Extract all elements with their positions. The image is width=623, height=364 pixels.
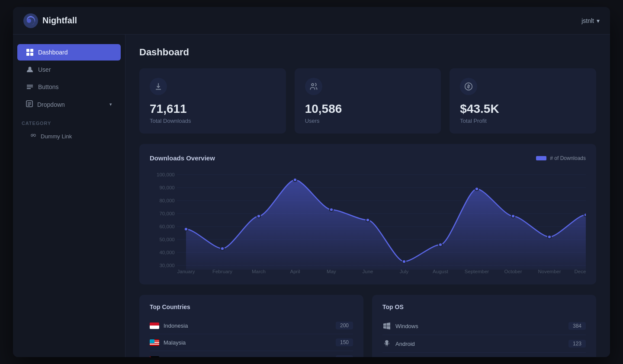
chart-area: 100,000 90,000 80,000 70,000 60,000 50,0… bbox=[150, 170, 586, 274]
svg-point-15 bbox=[312, 83, 314, 86]
legend-label: # of Downloads bbox=[550, 155, 586, 161]
stat-card-profit: $43.5K Total Profit bbox=[450, 68, 596, 134]
os-row-ios: iOS 94 bbox=[382, 353, 586, 357]
sidebar-item-user-label: User bbox=[38, 66, 51, 73]
country-count: 150 bbox=[336, 338, 353, 346]
country-name: Palestine bbox=[164, 356, 186, 358]
android-icon bbox=[382, 339, 391, 348]
svg-point-38 bbox=[366, 218, 369, 222]
os-count: 384 bbox=[568, 322, 586, 330]
svg-text:30,000: 30,000 bbox=[159, 263, 174, 268]
user-menu[interactable]: jstnlt ▾ bbox=[581, 17, 600, 24]
os-name: Android bbox=[395, 341, 415, 347]
top-os-card: Top OS Windows 384 bbox=[372, 295, 596, 357]
country-row-malaysia: Malaysia 150 bbox=[150, 334, 353, 351]
sidebar-item-dashboard[interactable]: Dashboard bbox=[17, 44, 121, 61]
svg-text:October: October bbox=[504, 269, 522, 274]
link-icon bbox=[30, 133, 36, 140]
users-label: Users bbox=[305, 118, 431, 124]
downloads-value: 71,611 bbox=[150, 102, 276, 116]
flag-indonesia bbox=[150, 322, 159, 329]
svg-point-1 bbox=[27, 19, 31, 23]
svg-point-41 bbox=[475, 187, 478, 191]
sidebar-category: Category bbox=[13, 114, 125, 128]
chevron-down-icon: ▾ bbox=[109, 102, 112, 107]
users-icon bbox=[305, 78, 322, 95]
sidebar-item-dummy-link[interactable]: Dummy Link bbox=[17, 129, 121, 144]
os-count: 123 bbox=[568, 340, 586, 348]
chart-header: Downloads Overview # of Downloads bbox=[150, 154, 586, 162]
svg-text:60,000: 60,000 bbox=[159, 224, 174, 229]
svg-rect-2 bbox=[26, 49, 29, 52]
stat-card-users: 10,586 Users bbox=[295, 68, 441, 134]
svg-rect-5 bbox=[30, 53, 33, 56]
chevron-down-icon: ▾ bbox=[597, 17, 600, 24]
profit-label: Total Profit bbox=[460, 118, 586, 124]
logo-icon bbox=[23, 13, 38, 28]
sidebar-item-dashboard-label: Dashboard bbox=[38, 49, 68, 56]
sidebar-item-dropdown-label: Dropdown bbox=[37, 101, 65, 108]
svg-point-36 bbox=[293, 178, 297, 182]
svg-text:July: July bbox=[400, 269, 409, 274]
os-left: Windows bbox=[382, 322, 418, 330]
stat-card-downloads: 71,611 Total Downloads bbox=[139, 68, 286, 134]
svg-point-33 bbox=[184, 227, 188, 231]
users-value: 10,586 bbox=[305, 102, 431, 116]
chart-svg: 100,000 90,000 80,000 70,000 60,000 50,0… bbox=[150, 170, 586, 274]
svg-text:November: November bbox=[538, 269, 561, 274]
svg-rect-3 bbox=[30, 49, 33, 52]
user-icon bbox=[26, 66, 34, 73]
os-row-android: Android 123 bbox=[382, 335, 586, 353]
country-name: Indonesia bbox=[164, 322, 188, 329]
dashboard-icon bbox=[26, 48, 34, 56]
logo-area: Nightfall bbox=[23, 13, 77, 28]
chart-title: Downloads Overview bbox=[150, 154, 215, 162]
svg-point-43 bbox=[548, 235, 551, 239]
svg-text:April: April bbox=[290, 269, 300, 274]
svg-text:January: January bbox=[177, 269, 195, 274]
chart-card: Downloads Overview # of Downloads bbox=[139, 144, 596, 284]
app-name: Nightfall bbox=[42, 16, 77, 26]
svg-text:December: December bbox=[574, 269, 586, 274]
svg-point-42 bbox=[511, 214, 515, 218]
svg-text:50,000: 50,000 bbox=[159, 237, 174, 242]
svg-text:40,000: 40,000 bbox=[159, 250, 174, 255]
svg-rect-4 bbox=[26, 53, 29, 56]
top-countries-title: Top Countries bbox=[150, 303, 353, 310]
svg-text:May: May bbox=[327, 269, 336, 274]
svg-text:70,000: 70,000 bbox=[159, 211, 174, 216]
os-left: Android bbox=[382, 339, 415, 348]
dollar-icon bbox=[460, 78, 477, 95]
svg-text:80,000: 80,000 bbox=[159, 198, 174, 203]
country-row-indonesia: Indonesia 200 bbox=[150, 317, 353, 334]
svg-point-34 bbox=[221, 247, 224, 250]
country-count: 100 bbox=[336, 355, 353, 357]
main-content: Dashboard 71,611 Total Downloads bbox=[125, 35, 610, 357]
svg-text:100,000: 100,000 bbox=[157, 172, 175, 177]
windows-icon bbox=[382, 322, 391, 330]
svg-point-37 bbox=[330, 208, 333, 211]
dropdown-icon bbox=[26, 100, 33, 109]
sidebar: Dashboard User bbox=[13, 35, 125, 357]
svg-rect-11 bbox=[28, 102, 31, 103]
page-title: Dashboard bbox=[139, 47, 596, 58]
os-name: Windows bbox=[395, 323, 418, 329]
svg-rect-13 bbox=[28, 105, 30, 106]
chart-legend: # of Downloads bbox=[536, 155, 586, 161]
sidebar-item-dummy-label: Dummy Link bbox=[41, 133, 72, 140]
download-icon bbox=[150, 78, 167, 95]
svg-point-35 bbox=[257, 214, 260, 218]
downloads-label: Total Downloads bbox=[150, 118, 276, 124]
sidebar-item-buttons[interactable]: Buttons bbox=[17, 79, 121, 95]
sidebar-item-user[interactable]: User bbox=[17, 61, 121, 78]
country-row-palestine: Palestine 100 bbox=[150, 351, 353, 357]
top-bar: Nightfall jstnlt ▾ bbox=[13, 7, 610, 35]
country-count: 200 bbox=[336, 322, 353, 329]
legend-color bbox=[536, 156, 546, 160]
sidebar-item-dropdown[interactable]: Dropdown ▾ bbox=[17, 96, 121, 113]
buttons-icon bbox=[26, 83, 34, 91]
os-row-windows: Windows 384 bbox=[382, 317, 586, 335]
flag-palestine bbox=[150, 356, 159, 358]
top-os-title: Top OS bbox=[382, 303, 586, 310]
svg-text:February: February bbox=[212, 269, 233, 274]
